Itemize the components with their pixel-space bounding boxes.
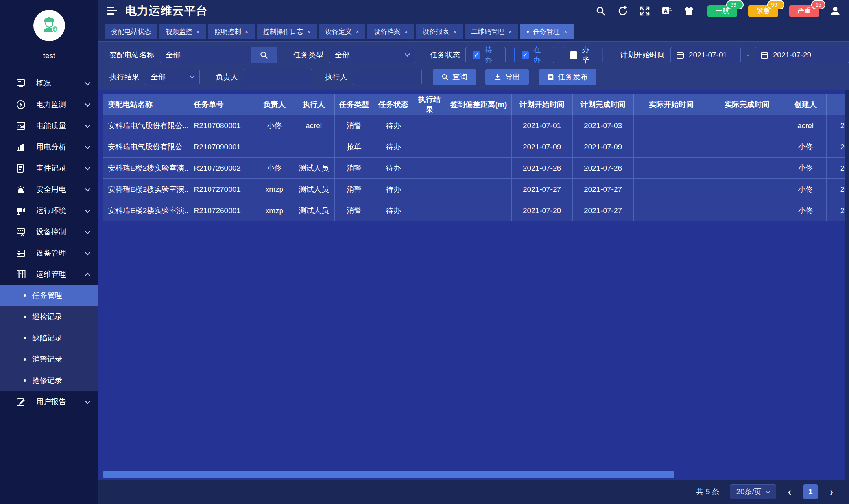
sidebar-item-label: 事件记录 — [36, 163, 85, 173]
export-button[interactable]: 导出 — [485, 69, 529, 85]
operating-environment-icon — [16, 206, 26, 216]
theme-icon[interactable] — [683, 5, 695, 17]
collapse-menu-icon[interactable] — [107, 7, 117, 15]
table-row[interactable]: 安科瑞E楼2楼实验室演...R2107260002小佟测试人员消警待办2021-… — [103, 158, 849, 179]
svg-text:文: 文 — [668, 7, 672, 11]
total-count: 共 5 条 — [696, 487, 720, 497]
sidebar-item-概况[interactable]: 概况 — [0, 73, 98, 94]
sidebar-item-设备控制[interactable]: 设备控制 — [0, 221, 98, 243]
main-area: 电力运维云平台 A文 一般99+紧急99+严重15 — [98, 0, 849, 504]
submenu-item-巡检记录[interactable]: 巡检记录 — [0, 306, 98, 327]
next-page-button[interactable]: › — [828, 487, 835, 497]
horizontal-scrollbar[interactable] — [103, 471, 845, 478]
task-type-select[interactable]: 全部 — [329, 47, 415, 63]
submenu-item-label: 抢修记录 — [32, 375, 62, 386]
close-icon[interactable]: × — [564, 28, 567, 35]
user-icon[interactable] — [829, 5, 841, 17]
sidebar-item-安全用电[interactable]: 安全用电 — [0, 179, 98, 200]
table-row[interactable]: 安科瑞E楼2楼实验室演...R2107270001xmzp测试人员消警待办202… — [103, 179, 849, 200]
close-icon[interactable]: × — [356, 28, 359, 35]
executor-input[interactable] — [353, 69, 422, 85]
tab-设备定义[interactable]: 设备定义× — [319, 24, 365, 39]
table-row[interactable]: 安科瑞电气股份有限公...R2107080001小佟acrel消警待办2021-… — [103, 115, 849, 136]
tab-设备报表[interactable]: 设备报表× — [416, 24, 463, 39]
submenu-item-缺陷记录[interactable]: 缺陷记录 — [0, 327, 98, 349]
bullet-icon — [24, 316, 26, 318]
tab-照明控制[interactable]: 照明控制× — [208, 24, 255, 39]
refresh-icon[interactable] — [617, 5, 629, 17]
table-row[interactable]: 安科瑞电气股份有限公...R2107090001抢单待办2021-07-0920… — [103, 136, 849, 158]
column-header: 计划开始时间 — [511, 94, 572, 115]
avatar[interactable] — [33, 10, 65, 41]
table-cell: 2021-07-09 — [511, 136, 572, 158]
search-icon[interactable] — [595, 5, 607, 17]
sidebar-item-设备管理[interactable]: 设备管理 — [0, 243, 98, 264]
close-icon[interactable]: × — [404, 28, 408, 35]
calendar-icon — [760, 51, 768, 59]
table-cell — [446, 158, 511, 179]
column-header: 执行结果 — [413, 94, 446, 115]
table-cell: 消警 — [334, 200, 374, 221]
date-from-picker[interactable]: 2021-07-01 — [670, 47, 741, 63]
close-icon[interactable]: × — [307, 28, 311, 35]
publish-task-button[interactable]: 任务发布 — [539, 69, 596, 85]
fullscreen-icon[interactable] — [639, 5, 651, 17]
manager-input[interactable] — [244, 69, 312, 85]
sidebar-item-事件记录[interactable]: 事件记录 — [0, 158, 98, 179]
close-icon[interactable]: × — [196, 28, 200, 35]
sidebar-item-运行环境[interactable]: 运行环境 — [0, 200, 98, 221]
sidebar-item-label: 安全用电 — [36, 184, 85, 195]
submenu-item-label: 任务管理 — [32, 291, 62, 301]
current-page-button[interactable]: 1 — [803, 484, 818, 499]
status-checkbox-待办[interactable]: ✓待办 — [465, 47, 505, 63]
sidebar-item-label: 设备控制 — [36, 227, 85, 237]
page-size-select[interactable]: 20条/页 — [730, 484, 776, 499]
exec-result-select[interactable]: 全部 — [145, 69, 200, 85]
alarm-button-紧急[interactable]: 紧急99+ — [748, 5, 778, 17]
station-name-label: 变配电站名称 — [109, 50, 154, 60]
sidebar-item-用户报告[interactable]: 用户报告 — [0, 391, 98, 412]
sidebar-item-电能质量[interactable]: 电能质量 — [0, 115, 98, 136]
translate-icon[interactable]: A文 — [661, 5, 673, 17]
tab-label: 视频监控 — [166, 27, 192, 36]
tab-变配电站状态[interactable]: 变配电站状态 — [105, 24, 157, 39]
submenu-item-任务管理[interactable]: 任务管理 — [0, 285, 98, 306]
table-cell: 小佟 — [785, 179, 826, 200]
submenu-item-抢修记录[interactable]: 抢修记录 — [0, 370, 98, 391]
table-cell: xmzp — [256, 179, 293, 200]
table-cell: 小佟 — [785, 136, 826, 158]
tab-二维码管理[interactable]: 二维码管理× — [465, 24, 519, 39]
tab-控制操作日志[interactable]: 控制操作日志× — [257, 24, 317, 39]
horizontal-scrollbar-thumb[interactable] — [103, 471, 674, 478]
close-icon[interactable]: × — [453, 28, 457, 35]
submenu-item-label: 消警记录 — [32, 354, 62, 364]
alarm-button-严重[interactable]: 严重15 — [789, 5, 819, 17]
close-icon[interactable]: × — [245, 28, 249, 35]
tab-设备档案[interactable]: 设备档案× — [367, 24, 414, 39]
chevron-down-icon — [85, 79, 91, 86]
station-name-input[interactable] — [160, 47, 251, 63]
alarm-count-badge: 15 — [811, 0, 825, 9]
tab-任务管理[interactable]: ●任务管理× — [520, 24, 573, 39]
status-checkbox-在办[interactable]: ✓在办 — [514, 47, 554, 63]
status-checkbox-办毕[interactable]: 办毕 — [563, 47, 602, 63]
alarm-button-一般[interactable]: 一般99+ — [707, 5, 737, 17]
table-cell — [256, 136, 293, 158]
submenu-item-消警记录[interactable]: 消警记录 — [0, 349, 98, 370]
date-to-picker[interactable]: 2021-07-29 — [755, 47, 849, 63]
sidebar-item-用电分析[interactable]: 用电分析 — [0, 136, 98, 158]
query-button[interactable]: 查询 — [433, 69, 476, 85]
vertical-scrollbar-track[interactable] — [845, 90, 849, 480]
sidebar-menu: 概况电力监测电能质量用电分析事件记录安全用电运行环境设备控制设备管理运维管理任务… — [0, 73, 98, 412]
sidebar-item-运维管理[interactable]: 运维管理 — [0, 264, 98, 285]
tab-视频监控[interactable]: 视频监控× — [159, 24, 206, 39]
station-search-button[interactable] — [251, 47, 277, 63]
overview-icon — [16, 78, 26, 88]
table-row[interactable]: 安科瑞E楼2楼实验室演...R2107260001xmzp测试人员消警待办202… — [103, 200, 849, 221]
sidebar-item-电力监测[interactable]: 电力监测 — [0, 94, 98, 115]
submenu-运维管理: 任务管理巡检记录缺陷记录消警记录抢修记录 — [0, 285, 98, 391]
close-icon[interactable]: × — [509, 28, 512, 35]
prev-page-button[interactable]: ‹ — [786, 487, 793, 497]
table-cell — [633, 200, 709, 221]
chevron-down-icon — [85, 207, 91, 213]
